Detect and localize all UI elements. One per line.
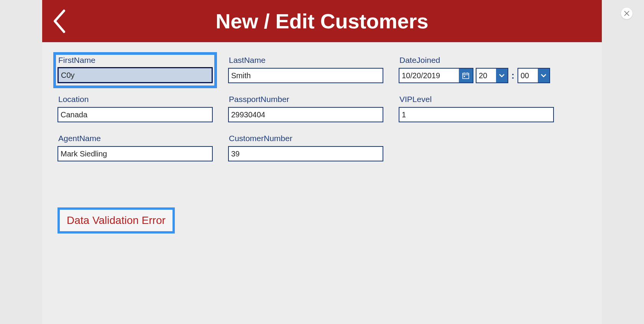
minute-dropdown-button[interactable] bbox=[538, 69, 549, 82]
first-name-input[interactable] bbox=[58, 67, 213, 83]
last-name-input[interactable] bbox=[228, 68, 383, 83]
field-date-joined: DateJoined bbox=[399, 56, 554, 83]
page-container: New / Edit Customers FirstName LastName … bbox=[42, 0, 602, 324]
chevron-down-icon bbox=[499, 73, 505, 78]
minute-value: 00 bbox=[518, 69, 538, 82]
chevron-left-icon bbox=[52, 9, 67, 34]
close-icon bbox=[624, 11, 629, 16]
page-title: New / Edit Customers bbox=[77, 9, 602, 33]
hour-dropdown-button[interactable] bbox=[496, 69, 508, 82]
date-joined-input[interactable] bbox=[399, 69, 459, 82]
empty-cell bbox=[399, 134, 554, 161]
time-separator: : bbox=[511, 70, 515, 81]
form-grid: FirstName LastName DateJoined bbox=[58, 56, 586, 161]
location-input[interactable] bbox=[58, 107, 213, 122]
field-first-name: FirstName bbox=[53, 52, 217, 88]
field-location: Location bbox=[58, 95, 213, 122]
validation-error-text: Data Validation Error bbox=[67, 214, 166, 227]
field-last-name: LastName bbox=[228, 56, 383, 83]
customer-number-label: CustomerNumber bbox=[228, 134, 383, 143]
last-name-label: LastName bbox=[228, 56, 383, 65]
close-button[interactable] bbox=[621, 8, 632, 19]
hour-select[interactable]: 20 bbox=[476, 68, 508, 83]
minute-select[interactable]: 00 bbox=[518, 68, 550, 83]
vip-level-label: VIPLevel bbox=[399, 95, 554, 104]
field-passport-number: PassportNumber bbox=[228, 95, 383, 122]
header-bar: New / Edit Customers bbox=[42, 0, 602, 42]
calendar-button[interactable] bbox=[459, 69, 473, 82]
passport-number-label: PassportNumber bbox=[228, 95, 383, 104]
field-agent-name: AgentName bbox=[58, 134, 213, 161]
back-button[interactable] bbox=[42, 0, 77, 42]
chevron-down-icon bbox=[540, 73, 547, 78]
calendar-icon bbox=[462, 72, 470, 79]
form-area: FirstName LastName DateJoined bbox=[42, 42, 602, 241]
validation-error-box: Data Validation Error bbox=[58, 207, 175, 234]
first-name-label: FirstName bbox=[58, 56, 213, 65]
passport-number-input[interactable] bbox=[228, 107, 383, 122]
customer-number-input[interactable] bbox=[228, 146, 383, 161]
agent-name-input[interactable] bbox=[58, 146, 213, 161]
svg-rect-6 bbox=[464, 76, 465, 77]
agent-name-label: AgentName bbox=[58, 134, 213, 143]
field-vip-level: VIPLevel bbox=[399, 95, 554, 122]
date-input-wrap bbox=[399, 68, 473, 83]
location-label: Location bbox=[58, 95, 213, 104]
date-joined-row: 20 : 00 bbox=[399, 68, 554, 83]
svg-rect-2 bbox=[463, 73, 469, 79]
hour-value: 20 bbox=[476, 69, 496, 82]
vip-level-input[interactable] bbox=[399, 107, 554, 122]
date-joined-label: DateJoined bbox=[399, 56, 554, 65]
field-customer-number: CustomerNumber bbox=[228, 134, 383, 161]
